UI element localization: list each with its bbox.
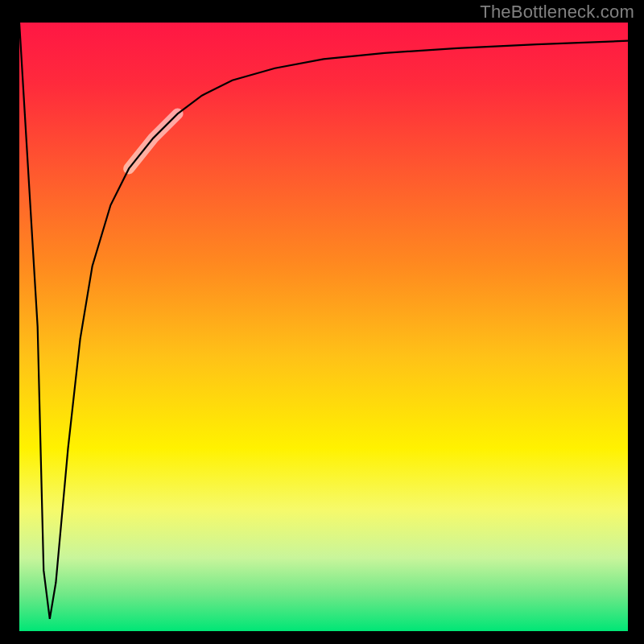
plot-area <box>19 23 628 631</box>
attribution-label: TheBottleneck.com <box>480 2 634 23</box>
chart-frame: TheBottleneck.com <box>0 0 644 644</box>
curve-svg <box>19 23 628 631</box>
bottleneck-curve <box>19 23 628 619</box>
